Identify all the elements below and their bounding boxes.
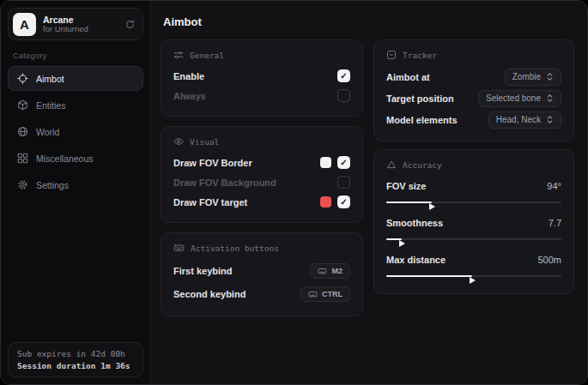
setting-label: Draw FOV target bbox=[173, 197, 247, 208]
tracker-card-title: Tracker bbox=[403, 51, 437, 60]
setting-label: Max distance bbox=[386, 255, 446, 265]
setting-row: Target position Selected bone bbox=[386, 87, 561, 109]
fov-size-slider[interactable] bbox=[386, 197, 561, 208]
sidebar-item-label: World bbox=[36, 127, 59, 137]
general-card-header: General bbox=[173, 50, 350, 60]
setting-label: Model elements bbox=[386, 115, 458, 125]
first-keybind-button[interactable]: M2 bbox=[310, 263, 350, 279]
setting-label: Aimbot at bbox=[386, 72, 430, 82]
max-distance-slider[interactable] bbox=[386, 271, 561, 281]
layout-icon bbox=[17, 153, 28, 164]
slider-thumb[interactable] bbox=[399, 240, 405, 247]
tracker-card: Tracker Aimbot at Zombie bbox=[373, 39, 574, 141]
globe-icon bbox=[17, 126, 28, 137]
fov-target-checkbox[interactable]: ✓ bbox=[337, 196, 350, 208]
sidebar-item-label: Entities bbox=[36, 100, 65, 111]
smoothness-slider[interactable] bbox=[386, 234, 561, 244]
sidebar-item-miscellaneous[interactable]: Miscellaneous bbox=[8, 146, 143, 171]
box-icon bbox=[17, 99, 28, 111]
app-window: A Arcane for Unturned Category Aimbot bbox=[0, 0, 588, 385]
setting-row: Draw FOV Background ✓ bbox=[173, 172, 350, 192]
sub-expiry-text: Sub expires in 42d 00h bbox=[17, 349, 134, 358]
scan-icon bbox=[386, 50, 397, 60]
enable-checkbox[interactable]: ✓ bbox=[337, 69, 350, 82]
setting-label: First keybind bbox=[173, 266, 232, 276]
setting-row: Second keybind CTRL bbox=[173, 282, 350, 305]
fov-target-color-swatch[interactable] bbox=[320, 196, 331, 208]
keyboard-icon bbox=[318, 267, 327, 275]
visual-card: Visual Draw FOV Border ✓ Draw FOV Backgr… bbox=[161, 126, 363, 223]
aimbot-at-select[interactable]: Zombie bbox=[505, 69, 561, 86]
slider-fill bbox=[386, 238, 402, 240]
setting-row: Draw FOV target ✓ bbox=[173, 192, 350, 212]
slider-thumb[interactable] bbox=[429, 203, 435, 210]
fov-border-color-swatch[interactable] bbox=[320, 157, 331, 168]
sidebar-item-aimbot[interactable]: Aimbot bbox=[8, 66, 143, 91]
sidebar-item-label: Miscellaneous bbox=[36, 153, 94, 164]
app-subtitle: for Unturned bbox=[43, 25, 118, 34]
setting-label: Always bbox=[173, 91, 206, 101]
max-distance-slider-group: Max distance 500m bbox=[386, 250, 561, 281]
subscription-status-card: Sub expires in 42d 00h Session duration … bbox=[8, 342, 143, 377]
smoothness-value: 7.7 bbox=[549, 218, 561, 228]
select-value: Selected bone bbox=[486, 93, 541, 103]
left-column: General Enable ✓ Always ✓ bbox=[161, 39, 363, 316]
sidebar-nav: Aimbot Entities World bbox=[8, 66, 143, 197]
eye-icon bbox=[173, 136, 184, 147]
app-logo: A bbox=[13, 13, 36, 36]
accuracy-card-title: Accuracy bbox=[403, 160, 442, 170]
logo-text: Arcane for Unturned bbox=[43, 15, 118, 34]
fov-border-checkbox[interactable]: ✓ bbox=[337, 156, 350, 169]
slider-thumb[interactable] bbox=[470, 277, 476, 284]
sliders-icon bbox=[173, 50, 184, 60]
setting-row: Model elements Head, Neck bbox=[386, 109, 561, 130]
crosshair-icon bbox=[17, 73, 28, 84]
accuracy-card: Accuracy FOV size 94° bbox=[373, 149, 574, 294]
setting-row: Aimbot at Zombie bbox=[386, 66, 561, 87]
tracker-card-header: Tracker bbox=[386, 50, 561, 60]
app-title: Arcane bbox=[43, 15, 118, 25]
reload-icon[interactable] bbox=[124, 19, 136, 30]
keybind-value: M2 bbox=[331, 267, 342, 275]
sidebar-item-label: Settings bbox=[36, 180, 69, 190]
gear-icon bbox=[17, 179, 28, 190]
select-value: Zombie bbox=[512, 72, 541, 81]
setting-label: Draw FOV Border bbox=[173, 158, 252, 168]
visual-card-header: Visual bbox=[173, 136, 350, 147]
logo-card: A Arcane for Unturned bbox=[8, 8, 143, 40]
setting-label: Target position bbox=[386, 93, 454, 104]
session-duration-text: Session duration 1m 36s bbox=[17, 361, 134, 370]
unfold-icon bbox=[546, 115, 554, 124]
model-elements-select[interactable]: Head, Neck bbox=[488, 111, 561, 129]
keybind-value: CTRL bbox=[322, 290, 342, 298]
setting-controls: ✓ bbox=[337, 176, 350, 189]
setting-label: Draw FOV Background bbox=[173, 177, 276, 188]
keyboard-icon bbox=[173, 243, 185, 253]
setting-label: Second keybind bbox=[173, 289, 246, 299]
setting-row: Enable ✓ bbox=[173, 66, 350, 86]
select-value: Head, Neck bbox=[496, 115, 541, 124]
unfold-icon bbox=[546, 93, 554, 103]
fov-background-checkbox[interactable]: ✓ bbox=[337, 176, 350, 189]
smoothness-slider-group: Smoothness 7.7 bbox=[386, 213, 561, 244]
setting-row: Always ✓ bbox=[173, 86, 350, 105]
setting-label: FOV size bbox=[386, 181, 426, 191]
sidebar-item-settings[interactable]: Settings bbox=[8, 172, 143, 197]
settings-columns: General Enable ✓ Always ✓ bbox=[161, 39, 575, 316]
activation-card-header: Activation buttons bbox=[173, 243, 350, 253]
setting-row: Draw FOV Border ✓ bbox=[173, 153, 350, 172]
setting-row: Max distance 500m bbox=[386, 250, 561, 269]
setting-row: Smoothness 7.7 bbox=[386, 213, 561, 232]
sidebar-item-world[interactable]: World bbox=[8, 119, 143, 144]
main-content: Aimbot General bbox=[151, 1, 587, 384]
second-keybind-button[interactable]: CTRL bbox=[300, 286, 350, 302]
target-position-select[interactable]: Selected bone bbox=[478, 90, 561, 107]
category-label: Category bbox=[13, 51, 138, 60]
activation-card-title: Activation buttons bbox=[191, 244, 279, 253]
sidebar: A Arcane for Unturned Category Aimbot bbox=[1, 1, 151, 384]
fov-size-value: 94° bbox=[547, 181, 561, 191]
slider-fill bbox=[386, 275, 472, 277]
sidebar-item-entities[interactable]: Entities bbox=[8, 93, 143, 117]
general-card-title: General bbox=[190, 51, 224, 60]
always-checkbox[interactable]: ✓ bbox=[337, 89, 350, 102]
